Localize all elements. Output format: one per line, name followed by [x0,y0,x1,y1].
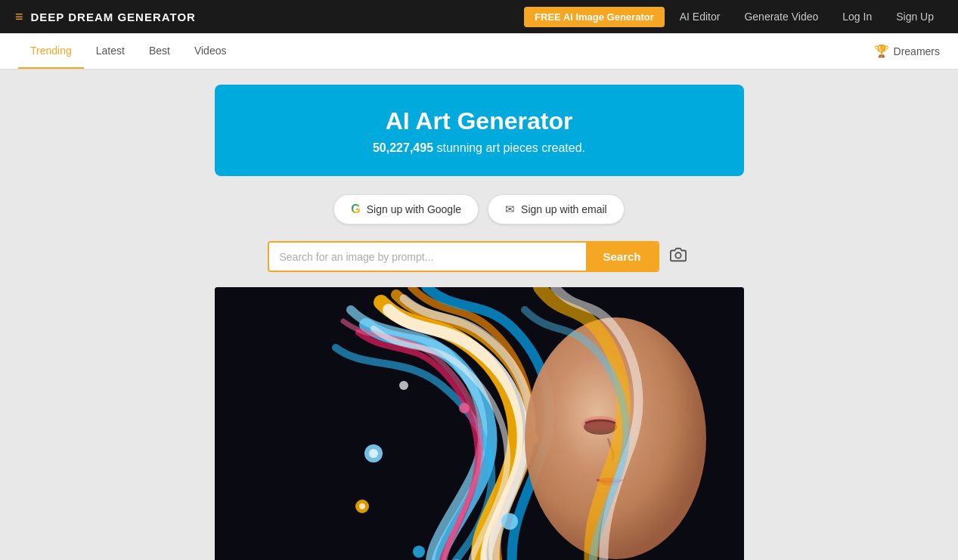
svg-point-16 [584,416,617,430]
svg-point-10 [413,546,425,558]
hero-banner: AI Art Generator 50,227,495 stunning art… [215,85,744,176]
camera-search-button[interactable] [665,242,691,271]
subnav: Trending Latest Best Videos 🏆 Dreamers [0,33,958,70]
tab-trending[interactable]: Trending [18,34,84,69]
signup-email-label: Sign up with email [521,203,607,215]
svg-point-11 [399,381,408,390]
nav-log-in[interactable]: Log In [833,11,881,23]
signup-google-label: Sign up with Google [367,203,461,215]
art-image [215,287,744,560]
navbar: ≡ DEEP DREAM GENERATOR FREE AI Image Gen… [0,0,958,33]
search-input[interactable] [269,243,587,271]
navbar-right: FREE AI Image Generator AI Editor Genera… [524,7,943,27]
dreamers-label[interactable]: Dreamers [894,45,940,57]
subnav-right: 🏆 Dreamers [874,44,940,58]
signup-email-button[interactable]: ✉ Sign up with email [488,194,625,224]
signup-google-button[interactable]: G Sign up with Google [333,194,479,224]
menu-icon[interactable]: ≡ [15,9,23,25]
nav-sign-up[interactable]: Sign Up [887,11,943,23]
hero-count: 50,227,495 [373,141,433,154]
svg-point-0 [675,252,681,258]
svg-point-3 [369,449,378,458]
site-title: DEEP DREAM GENERATOR [31,11,196,23]
signup-buttons: G Sign up with Google ✉ Sign up with ema… [333,194,624,224]
tab-videos[interactable]: Videos [182,34,239,69]
search-input-wrap: Search [268,241,659,272]
svg-point-9 [501,513,518,530]
nav-generate-video[interactable]: Generate Video [735,11,827,23]
hero-title: AI Art Generator [245,107,714,135]
camera-icon [670,246,687,263]
svg-point-7 [459,403,470,413]
search-bar: Search [268,241,691,272]
dreamers-icon: 🏆 [874,44,889,58]
tab-best[interactable]: Best [137,34,182,69]
google-icon: G [351,203,360,216]
hero-subtitle-text: stunning art pieces created. [436,141,585,154]
free-ai-button[interactable]: FREE AI Image Generator [524,7,665,27]
nav-ai-editor[interactable]: AI Editor [671,11,730,23]
art-visualization [215,287,744,560]
navbar-left: ≡ DEEP DREAM GENERATOR [15,9,196,25]
main-content: AI Art Generator 50,227,495 stunning art… [0,70,958,560]
art-container [215,287,744,560]
hero-subtitle: 50,227,495 stunning art pieces created. [245,141,714,155]
search-button[interactable]: Search [586,243,657,271]
tab-latest[interactable]: Latest [84,34,137,69]
subnav-links: Trending Latest Best Videos [18,34,238,69]
svg-point-5 [359,503,365,509]
email-icon: ✉ [505,203,515,216]
